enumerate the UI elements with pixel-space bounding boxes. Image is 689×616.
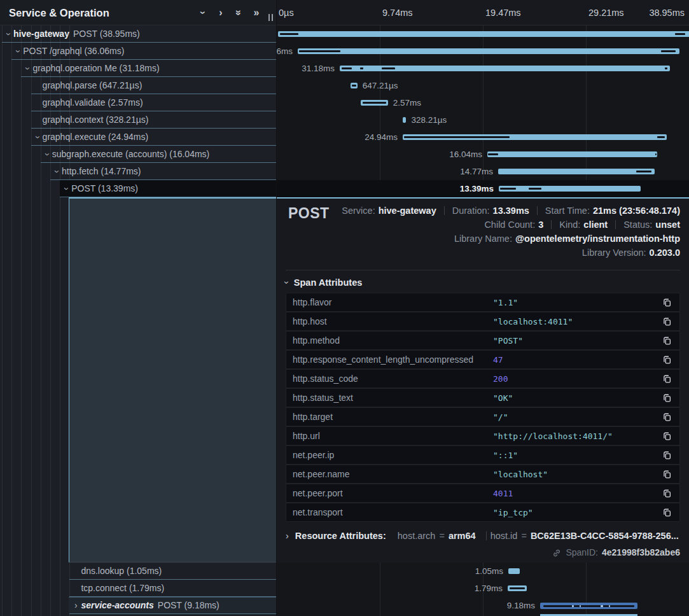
span-bar[interactable] [499, 186, 641, 192]
attr-key: http.url [293, 431, 493, 441]
meta-label: Status: [623, 220, 652, 230]
span-tree-row[interactable]: ›service-accountsPOST (9.18ms) [0, 597, 277, 614]
chevron-right-icon[interactable]: › [214, 5, 227, 20]
span-tree-row[interactable]: ›graphql.operation Me (31.18ms) [0, 60, 277, 77]
resource-value: arm64 [449, 531, 476, 541]
timeline-row[interactable]: 14.77ms [277, 163, 689, 180]
span-bar[interactable] [498, 169, 655, 174]
span-tree-row[interactable]: ›hive-gatewayPOST (38.95ms) [0, 25, 277, 43]
span-label: tcp.connect (1.79ms) [81, 580, 164, 597]
span-tree-row[interactable]: ›graphql.execute (24.94ms) [0, 129, 277, 146]
span-tree-row[interactable]: ›POST /graphql (36.06ms) [0, 43, 277, 60]
attr-key: net.peer.name [293, 469, 493, 479]
span-tree-row[interactable]: dns.lookup (1.05ms) [0, 563, 277, 580]
span-label: http.fetch (14.77ms) [62, 163, 141, 180]
span-label: graphql.operation Me (31.18ms) [32, 60, 159, 77]
copy-button[interactable] [660, 468, 673, 480]
span-bar[interactable] [340, 66, 670, 71]
attr-value: 200 [493, 374, 660, 384]
operation-name: POST /graphql (36.06ms) [23, 46, 124, 56]
copy-button[interactable] [660, 410, 673, 423]
child-span-mark [360, 67, 363, 69]
attr-value: "1.1" [493, 298, 660, 307]
meta-label: Library Name: [454, 234, 512, 244]
meta-label: Duration: [452, 206, 490, 216]
span-tree-row[interactable]: tcp.connect (1.79ms) [0, 580, 277, 597]
timeline-row[interactable]: 24.94ms [277, 129, 689, 146]
copy-button[interactable] [660, 372, 673, 385]
span-bar[interactable] [298, 48, 679, 54]
attr-value: "localhost:4011" [493, 317, 660, 326]
span-bar[interactable] [403, 117, 406, 123]
attr-row: http.response_content_length_uncompresse… [286, 351, 679, 368]
meta-value: 0.203.0 [650, 248, 680, 258]
attr-value: 4011 [493, 489, 660, 498]
meta-value: @opentelemetry/instrumentation-http [515, 234, 680, 244]
span-tree-row[interactable]: graphql.context (328.21µs) [0, 111, 277, 129]
child-span-mark [636, 171, 651, 172]
panel-resize-handle[interactable] [268, 14, 274, 22]
span-tree-row[interactable]: graphql.validate (2.57ms) [0, 94, 277, 111]
copy-button[interactable] [660, 391, 673, 404]
timeline-row[interactable]: 31.18ms [277, 60, 689, 77]
span-detail-header: POST Service:hive-gatewayDuration:13.39m… [277, 199, 689, 265]
timeline-row[interactable]: 36.06ms [277, 43, 689, 60]
span-label: POST /graphql (36.06ms) [23, 43, 124, 60]
span-attributes-table: http.flavor"1.1"http.host"localhost:4011… [286, 293, 680, 522]
timeline-row[interactable]: 13.39ms [277, 180, 689, 197]
operation-name: graphql.operation Me (31.18ms) [32, 63, 159, 73]
span-tree-panel: ›hive-gatewayPOST (38.95ms)›POST /graphq… [0, 0, 277, 616]
timeline-row[interactable] [277, 25, 689, 43]
span-bar[interactable] [361, 100, 388, 106]
tick-label: 38.95ms [649, 0, 685, 25]
timeline-row[interactable]: 328.21µs [277, 111, 689, 129]
resource-value: BC62E13B-C4CC-5854-9788-256... [531, 531, 679, 541]
span-bar[interactable] [508, 585, 527, 591]
child-span-mark [601, 605, 602, 607]
span-tree-row[interactable]: ›POST (13.39ms) [0, 180, 277, 197]
span-bar[interactable] [487, 151, 657, 157]
copy-icon [662, 393, 672, 403]
double-chevron-right-icon[interactable]: » [250, 5, 263, 20]
copy-icon [662, 336, 672, 346]
chevron-right-icon[interactable]: › [72, 597, 80, 614]
copy-button[interactable] [660, 296, 673, 309]
copy-button[interactable] [660, 430, 673, 442]
timeline-row[interactable]: 1.79ms [277, 580, 689, 597]
timeline-row[interactable]: 2.57ms [277, 94, 689, 111]
span-attributes-toggle[interactable]: ›Span Attributes [286, 277, 680, 288]
service-name: service-accounts [81, 600, 153, 610]
span-meta-line: Service:hive-gatewayDuration:13.39msStar… [277, 204, 680, 218]
attr-key: net.transport [293, 507, 493, 517]
span-bar[interactable] [540, 603, 637, 609]
span-tree-row[interactable]: graphql.parse (647.21µs) [0, 77, 277, 94]
span-tree-row[interactable]: ›subgraph.execute (accounts) (16.04ms) [0, 146, 277, 163]
copy-icon [662, 508, 672, 517]
span-tree-row[interactable]: ›http.fetch (14.77ms) [0, 163, 277, 180]
double-chevron-down-icon[interactable]: » [231, 6, 246, 19]
chevron-down-icon[interactable]: › [195, 6, 211, 19]
copy-button[interactable] [660, 334, 673, 347]
span-bar[interactable] [351, 83, 358, 88]
span-bar[interactable] [403, 134, 667, 140]
attr-value: "ip_tcp" [493, 508, 660, 517]
copy-button[interactable] [660, 506, 673, 519]
copy-button[interactable] [660, 353, 673, 366]
meta-label: Service: [342, 206, 375, 216]
span-title: POST [288, 205, 330, 222]
copy-button[interactable] [660, 315, 673, 328]
equals-sign: = [439, 531, 444, 541]
detail-divider [286, 270, 680, 270]
copy-icon [662, 431, 672, 441]
timeline-row[interactable]: 16.04ms [277, 146, 689, 163]
timeline-row[interactable]: 9.18ms [277, 597, 689, 614]
span-bar[interactable] [508, 568, 519, 574]
duration-label: 31.18ms [302, 60, 335, 77]
copy-button[interactable] [660, 487, 673, 500]
resource-attributes-row[interactable]: ›Resource Attributes: host.arch=arm64 ho… [286, 531, 680, 541]
timeline-row[interactable]: 1.05ms [277, 563, 689, 580]
copy-button[interactable] [660, 449, 673, 461]
child-span-mark [488, 153, 498, 155]
span-bar[interactable] [278, 31, 689, 37]
timeline-row[interactable]: 647.21µs [277, 77, 689, 94]
